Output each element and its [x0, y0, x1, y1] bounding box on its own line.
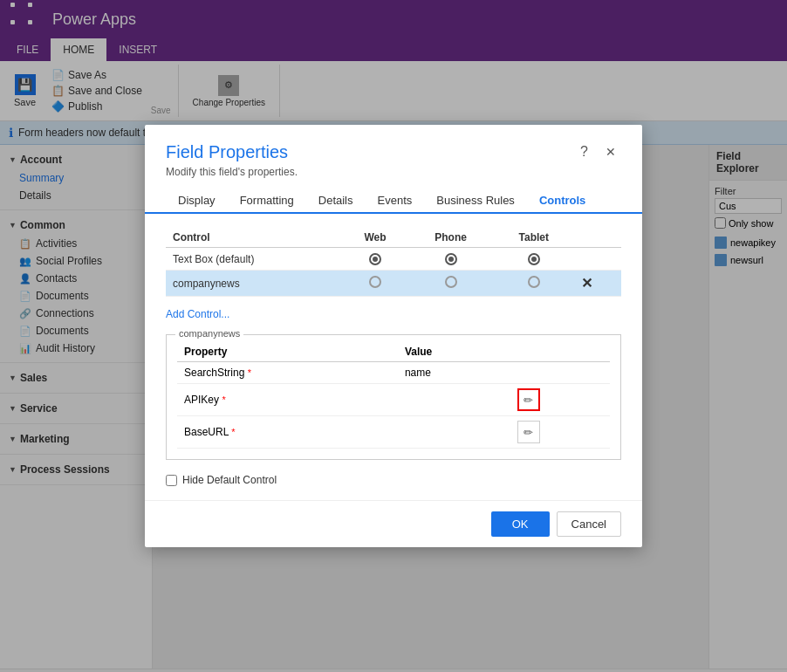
control-tablet-companynews[interactable] [493, 271, 574, 297]
dialog-title: Field Properties [166, 142, 288, 162]
prop-value-searchstring: name [398, 362, 510, 384]
control-delete-companynews[interactable]: ✕ [574, 271, 621, 297]
dialog-title-group: Field Properties [166, 142, 288, 162]
required-star-apikey: * [222, 394, 225, 405]
control-tablet-textbox[interactable] [493, 248, 574, 271]
required-star-baseurl: * [231, 427, 235, 437]
dialog-footer: OK Cancel [145, 500, 642, 547]
prop-row-apikey: APIKey * ✏ [177, 384, 610, 416]
dialog-header: Field Properties ? ✕ [145, 125, 642, 166]
prop-name-baseurl: BaseURL * [177, 416, 398, 449]
dialog-help-button[interactable]: ? [575, 142, 593, 161]
edit-button-baseurl[interactable]: ✏ [517, 421, 540, 443]
companynews-legend: companynews [175, 328, 243, 339]
companynews-section: companynews Property Value SearchString [166, 334, 621, 460]
col-phone: Phone [408, 228, 493, 248]
required-star-searchstring: * [248, 367, 251, 378]
prop-col-edit [510, 342, 610, 362]
control-delete-textbox [574, 248, 621, 271]
prop-row-baseurl: BaseURL * ✏ [177, 416, 610, 449]
tab-business-rules[interactable]: Business Rules [424, 189, 527, 214]
prop-edit-apikey[interactable]: ✏ [510, 384, 610, 416]
dialog-subtitle: Modify this field's properties. [145, 166, 642, 189]
control-web-companynews[interactable] [342, 271, 408, 297]
prop-value-baseurl [398, 416, 510, 449]
tab-events[interactable]: Events [366, 189, 425, 214]
radio-phone-companynews[interactable] [445, 276, 457, 288]
add-control-link[interactable]: Add Control... [166, 308, 229, 320]
ok-button[interactable]: OK [491, 511, 550, 537]
radio-tablet-textbox[interactable] [528, 253, 540, 265]
field-properties-dialog: Field Properties ? ✕ Modify this field's… [145, 125, 642, 547]
prop-edit-searchstring [510, 362, 610, 384]
radio-web-companynews[interactable] [369, 276, 381, 288]
tab-details[interactable]: Details [306, 189, 366, 214]
tab-display[interactable]: Display [166, 189, 228, 214]
control-phone-textbox[interactable] [408, 248, 493, 271]
col-delete [574, 228, 621, 248]
control-row-textbox: Text Box (default) [166, 248, 621, 271]
prop-value-apikey [398, 384, 510, 416]
prop-edit-baseurl[interactable]: ✏ [510, 416, 610, 449]
col-tablet: Tablet [493, 228, 574, 248]
prop-col-value: Value [398, 342, 510, 362]
tab-formatting[interactable]: Formatting [228, 189, 306, 214]
col-control: Control [166, 228, 342, 248]
modal-overlay: Field Properties ? ✕ Modify this field's… [0, 0, 787, 672]
dialog-tabs: Display Formatting Details Events Busine… [145, 189, 642, 214]
hide-default-control-area: Hide Default Control [166, 474, 621, 486]
prop-row-searchstring: SearchString * name [177, 362, 610, 384]
controls-table: Control Web Phone Tablet Text Box (defau… [166, 228, 621, 297]
prop-name-searchstring: SearchString * [177, 362, 398, 384]
col-web: Web [342, 228, 408, 248]
dialog-close-button[interactable]: ✕ [600, 143, 621, 161]
hide-default-checkbox[interactable] [166, 475, 177, 486]
dialog-header-actions: ? ✕ [575, 142, 621, 161]
tab-controls[interactable]: Controls [527, 189, 598, 214]
radio-web-textbox[interactable] [369, 253, 381, 265]
prop-col-property: Property [177, 342, 398, 362]
radio-phone-textbox[interactable] [445, 253, 457, 265]
dialog-body: Control Web Phone Tablet Text Box (defau… [145, 214, 642, 500]
control-web-textbox[interactable] [342, 248, 408, 271]
edit-button-apikey[interactable]: ✏ [517, 388, 540, 411]
control-name-companynews: companynews [166, 271, 342, 297]
control-name-textbox: Text Box (default) [166, 248, 342, 271]
control-row-companynews: companynews ✕ [166, 271, 621, 297]
control-phone-companynews[interactable] [408, 271, 493, 297]
radio-tablet-companynews[interactable] [528, 276, 540, 288]
hide-default-label: Hide Default Control [182, 474, 277, 486]
cancel-button[interactable]: Cancel [557, 511, 621, 537]
prop-name-apikey: APIKey * [177, 384, 398, 416]
properties-table: Property Value SearchString * name [177, 342, 610, 449]
delete-icon-companynews[interactable]: ✕ [581, 276, 592, 291]
